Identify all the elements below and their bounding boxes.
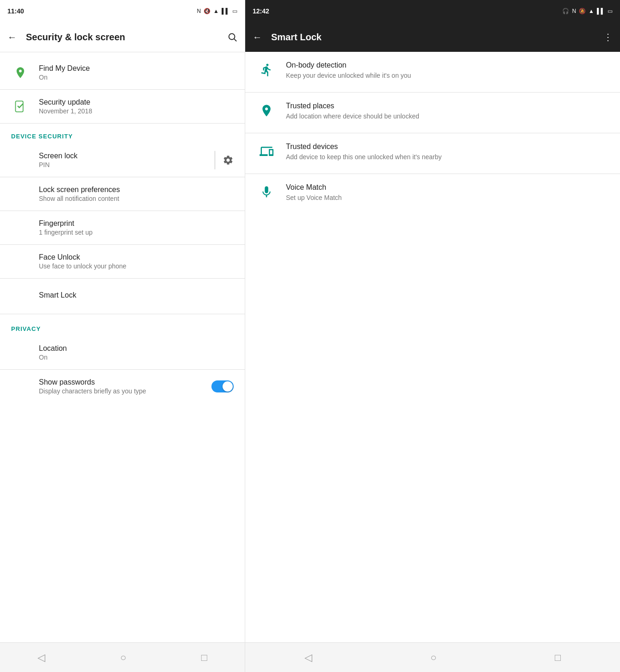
voice-match-icon [256, 183, 277, 199]
svg-rect-2 [16, 101, 23, 112]
nav-bar-right: ◁ ○ □ [245, 642, 620, 672]
fingerprint-item[interactable]: Fingerprint 1 fingerprint set up [0, 211, 245, 244]
trusted-devices-item[interactable]: Trusted devices Add device to keep this … [245, 133, 620, 174]
left-panel: 11:40 N 🔇 ▲ ▌▌ ▭ ← Security & lock scree… [0, 0, 245, 672]
back-button-left[interactable]: ← [7, 32, 17, 43]
trusted-places-icon [256, 102, 277, 118]
headphone-icon-right: 🎧 [562, 8, 569, 14]
back-button-right[interactable]: ← [253, 32, 262, 43]
status-time-left: 11:40 [7, 7, 24, 15]
trusted-places-text: Trusted places Add location where device… [286, 102, 609, 121]
smart-lock-title: Smart Lock [39, 291, 234, 299]
svg-line-1 [234, 39, 236, 41]
trusted-devices-subtitle: Add device to keep this one unlocked whe… [286, 153, 609, 162]
screen-lock-gear-icon[interactable] [223, 155, 234, 166]
on-body-detection-subtitle: Keep your device unlocked while it's on … [286, 71, 609, 81]
location-title: Location [39, 344, 234, 353]
show-passwords-item[interactable]: Show passwords Display characters briefl… [0, 370, 245, 403]
security-update-item[interactable]: Security update November 1, 2018 [0, 90, 245, 123]
nav-bar-left: ◁ ○ □ [0, 642, 245, 672]
toggle-knob [223, 381, 233, 392]
security-update-icon [11, 100, 30, 113]
on-body-detection-icon [256, 61, 277, 77]
screen-lock-text: Screen lock PIN [39, 152, 207, 168]
fingerprint-title: Fingerprint [39, 219, 234, 228]
status-bar-left: 11:40 N 🔇 ▲ ▌▌ ▭ [0, 0, 245, 22]
signal-icon-right: ▌▌ [597, 8, 605, 14]
status-bar-right: 12:42 🎧 N 🔕 ▲ ▌▌ ▭ [245, 0, 620, 22]
on-body-detection-title: On-body detection [286, 61, 609, 69]
security-update-title: Security update [39, 98, 234, 106]
show-passwords-text: Show passwords Display characters briefl… [39, 378, 211, 395]
face-unlock-text: Face Unlock Use face to unlock your phon… [39, 253, 234, 270]
smart-lock-item[interactable]: Smart Lock [0, 279, 245, 312]
screen-lock-title: Screen lock [39, 152, 207, 160]
search-button-left[interactable] [227, 32, 237, 42]
face-unlock-subtitle: Use face to unlock your phone [39, 262, 234, 270]
screen-lock-item[interactable]: Screen lock PIN [0, 143, 245, 177]
screen-lock-subtitle: PIN [39, 161, 207, 168]
settings-list-left: Find My Device On Security update Novemb… [0, 52, 245, 642]
find-my-device-item[interactable]: Find My Device On [0, 56, 245, 89]
nfc-icon-right: N [572, 8, 576, 14]
voice-match-text: Voice Match Set up Voice Match [286, 183, 609, 203]
status-icons-right: 🎧 N 🔕 ▲ ▌▌ ▭ [562, 8, 613, 14]
face-unlock-title: Face Unlock [39, 253, 234, 261]
on-body-detection-text: On-body detection Keep your device unloc… [286, 61, 609, 81]
lock-screen-prefs-item[interactable]: Lock screen preferences Show all notific… [0, 177, 245, 211]
nav-back-left[interactable]: ◁ [37, 652, 45, 664]
svg-point-0 [229, 34, 235, 40]
divider-7 [0, 314, 245, 314]
security-update-subtitle: November 1, 2018 [39, 107, 234, 115]
toolbar-right: ← Smart Lock ⋮ [245, 22, 620, 52]
status-time-right: 12:42 [253, 7, 269, 15]
wifi-icon: ▲ [213, 8, 219, 14]
signal-icon: ▌▌ [222, 8, 229, 14]
voice-match-item[interactable]: Voice Match Set up Voice Match [245, 174, 620, 215]
show-passwords-subtitle: Display characters briefly as you type [39, 387, 211, 395]
find-my-device-subtitle: On [39, 74, 234, 81]
location-text: Location On [39, 344, 234, 361]
battery-icon: ▭ [232, 8, 237, 14]
find-my-device-text: Find My Device On [39, 64, 234, 81]
lock-screen-prefs-text: Lock screen preferences Show all notific… [39, 186, 234, 202]
fingerprint-subtitle: 1 fingerprint set up [39, 229, 234, 236]
location-item[interactable]: Location On [0, 336, 245, 369]
security-update-text: Security update November 1, 2018 [39, 98, 234, 115]
on-body-detection-item[interactable]: On-body detection Keep your device unloc… [245, 52, 620, 93]
trusted-places-item[interactable]: Trusted places Add location where device… [245, 93, 620, 133]
show-passwords-toggle[interactable] [211, 380, 234, 392]
page-title-left: Security & lock screen [26, 32, 227, 43]
toolbar-left: ← Security & lock screen [0, 22, 245, 52]
right-panel: 12:42 🎧 N 🔕 ▲ ▌▌ ▭ ← Smart Lock ⋮ On-bod… [245, 0, 620, 672]
voice-match-subtitle: Set up Voice Match [286, 193, 609, 203]
nav-recents-left[interactable]: □ [201, 652, 207, 664]
smart-lock-list: On-body detection Keep your device unloc… [245, 52, 620, 642]
trusted-places-subtitle: Add location where device should be unlo… [286, 112, 609, 121]
find-my-device-title: Find My Device [39, 64, 234, 73]
wifi-icon-right: ▲ [589, 8, 594, 14]
nfc-icon: N [197, 8, 201, 14]
silent-icon: 🔇 [204, 8, 211, 14]
face-unlock-item[interactable]: Face Unlock Use face to unlock your phon… [0, 245, 245, 278]
voice-match-title: Voice Match [286, 183, 609, 192]
screen-lock-divider [215, 151, 215, 169]
lock-screen-prefs-title: Lock screen preferences [39, 186, 234, 194]
trusted-devices-text: Trusted devices Add device to keep this … [286, 143, 609, 162]
trusted-devices-title: Trusted devices [286, 143, 609, 151]
trusted-places-title: Trusted places [286, 102, 609, 110]
trusted-devices-icon [256, 143, 277, 158]
silent-icon-right: 🔕 [579, 8, 586, 14]
page-title-right: Smart Lock [271, 32, 603, 43]
nav-recents-right[interactable]: □ [555, 652, 561, 664]
nav-home-left[interactable]: ○ [120, 652, 126, 664]
device-security-header: DEVICE SECURITY [0, 124, 245, 143]
nav-home-right[interactable]: ○ [430, 652, 436, 664]
more-button-right[interactable]: ⋮ [603, 31, 613, 43]
fingerprint-text: Fingerprint 1 fingerprint set up [39, 219, 234, 236]
privacy-header: PRIVACY [0, 316, 245, 336]
status-icons-left: N 🔇 ▲ ▌▌ ▭ [197, 8, 237, 14]
location-subtitle: On [39, 354, 234, 361]
nav-back-right[interactable]: ◁ [304, 652, 312, 664]
show-passwords-title: Show passwords [39, 378, 211, 386]
